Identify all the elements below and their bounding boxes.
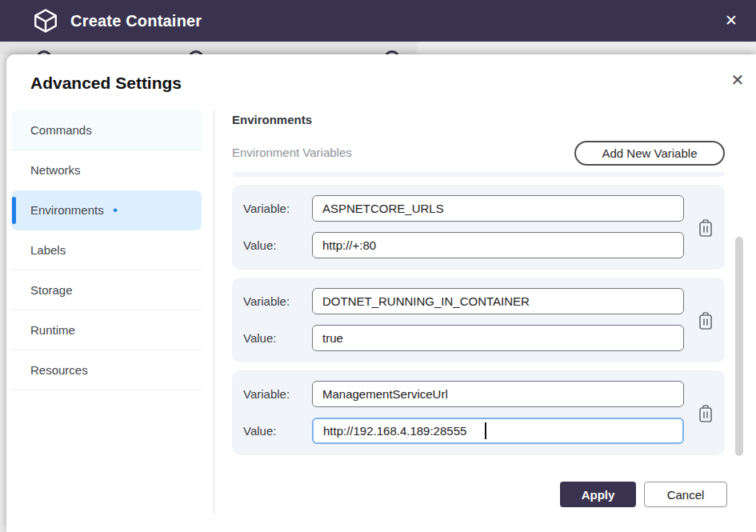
- sidebar-item-commands[interactable]: Commands: [11, 110, 202, 150]
- advanced-settings-modal: Advanced Settings ✕ Commands Networks En…: [6, 54, 756, 532]
- trash-icon: [696, 310, 715, 331]
- variable-value-input-focused[interactable]: [312, 418, 684, 444]
- app-header: Create Container ✕: [0, 0, 756, 42]
- trash-icon: [696, 403, 715, 424]
- sidebar-item-networks[interactable]: Networks: [11, 150, 202, 190]
- value-label: Value:: [243, 418, 307, 444]
- sidebar-item-label: Storage: [30, 283, 73, 297]
- wizard-strip: [0, 42, 756, 54]
- apply-button[interactable]: Apply: [560, 482, 636, 507]
- partial-card-above: [232, 172, 725, 177]
- vertical-scrollbar-thumb[interactable]: [735, 237, 743, 456]
- container-cube-icon: [32, 7, 59, 34]
- modal-title: Advanced Settings: [30, 74, 182, 93]
- sidebar-item-label: Labels: [30, 243, 66, 257]
- delete-variable-button[interactable]: [696, 403, 715, 424]
- sidebar-item-environments[interactable]: Environments •: [11, 190, 202, 230]
- variable-value-input[interactable]: [312, 325, 684, 351]
- value-label: Value:: [243, 325, 307, 351]
- value-label: Value:: [243, 232, 307, 258]
- env-variable-card: Variable: Value:: [232, 278, 725, 362]
- variable-label: Variable:: [243, 288, 307, 314]
- selected-indicator-bar: [12, 197, 16, 224]
- window-title: Create Container: [70, 0, 202, 42]
- sidebar-item-storage[interactable]: Storage: [11, 270, 202, 310]
- variable-label: Variable:: [243, 381, 307, 407]
- sidebar-item-label: Networks: [30, 163, 81, 177]
- sidebar-item-runtime[interactable]: Runtime: [11, 310, 202, 350]
- variable-name-input[interactable]: [312, 288, 684, 314]
- env-variable-card: Variable: Value:: [232, 370, 725, 455]
- window-close-icon[interactable]: ✕: [721, 10, 742, 31]
- section-heading: Environments: [232, 113, 312, 126]
- text-cursor: [485, 422, 486, 439]
- sidebar-item-label: Runtime: [30, 323, 75, 337]
- sidebar-item-label: Resources: [30, 363, 88, 377]
- variable-label: Variable:: [243, 195, 307, 222]
- delete-variable-button[interactable]: [696, 218, 715, 238]
- variables-scroll-area: Variable: Value: Variable: Value:: [232, 170, 725, 458]
- variable-name-input[interactable]: [312, 381, 684, 407]
- variable-value-input[interactable]: [312, 232, 684, 258]
- settings-sidebar: Commands Networks Environments • Labels …: [11, 110, 208, 390]
- delete-variable-button[interactable]: [696, 310, 715, 331]
- sidebar-divider: [214, 110, 214, 514]
- add-new-variable-button[interactable]: Add New Variable: [574, 141, 725, 166]
- modified-dot-icon: •: [113, 202, 118, 218]
- sidebar-item-label: Environments: [30, 203, 104, 217]
- env-variables-label: Environment Variables: [232, 146, 352, 159]
- cancel-button[interactable]: Cancel: [644, 482, 727, 507]
- sidebar-item-resources[interactable]: Resources: [11, 350, 202, 390]
- sidebar-item-labels[interactable]: Labels: [11, 230, 202, 270]
- modal-close-icon[interactable]: ✕: [726, 69, 749, 91]
- env-variable-card: Variable: Value:: [232, 185, 725, 270]
- trash-icon: [696, 218, 715, 238]
- variable-name-input[interactable]: [312, 195, 684, 222]
- sidebar-item-label: Commands: [30, 123, 92, 137]
